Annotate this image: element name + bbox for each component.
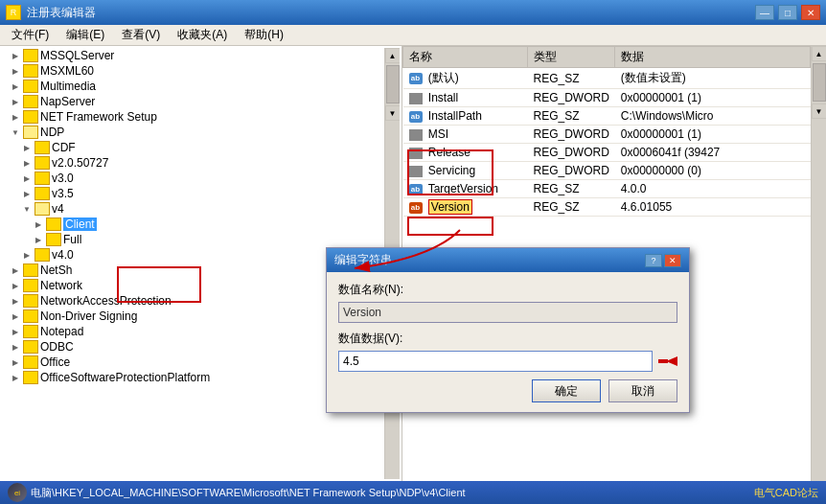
menu-edit[interactable]: 编辑(E) [58,25,112,45]
svg-rect-2 [658,359,668,363]
scroll-up[interactable]: ▲ [385,48,401,63]
menu-file[interactable]: 文件(F) [4,25,57,45]
reg-scrollbar[interactable]: ▲ ▼ [811,46,826,481]
status-logo: ei [8,483,27,502]
expand-arrow: ▶ [10,80,21,92]
tree-item-v2[interactable]: ▶ v2.0.50727 [2,155,384,171]
tree-item-mssqlserver[interactable]: ▶ MSSQLServer [2,48,384,63]
value-name-label: 数值名称(N): [338,282,677,298]
tree-label: v3.0 [52,172,74,185]
dialog-body: 数值名称(N): 数值数据(V): 确定 取消 [327,272,689,412]
tree-item-full[interactable]: ▶ Full [2,232,384,247]
folder-icon [23,95,38,108]
table-row[interactable]: ab TargetVersion REG_SZ 4.0.0 [403,180,811,198]
tree-item-napserver[interactable]: ▶ NapServer [2,94,384,109]
reg-data: 4.6.01055 [615,198,811,217]
window-controls[interactable]: — □ ✕ [755,5,820,20]
tree-item-ndp[interactable]: ▼ NDP [2,125,384,140]
tree-label: ODBC [40,340,74,354]
ab-icon: ab [409,111,423,123]
folder-icon [23,110,38,124]
tree-label: Non-Driver Signing [40,309,137,323]
reg-data: C:\Windows\Micro [615,107,811,126]
status-bar: ei 电脑\HKEY_LOCAL_MACHINE\SOFTWARE\Micros… [0,481,826,504]
dialog-title-bar: 编辑字符串 ? ✕ [327,248,689,272]
scroll-down[interactable]: ▼ [385,105,401,121]
table-row-release[interactable]: Release REG_DWORD 0x0006041f (39427 [403,144,811,162]
reg-data: 4.0.0 [615,180,811,198]
table-row-servicing[interactable]: Servicing REG_DWORD 0x00000000 (0) [403,162,811,180]
col-name: 名称 [403,47,528,68]
menu-view[interactable]: 查看(V) [114,25,168,45]
tree-label: NET Framework Setup [40,110,157,124]
tree-item-v4[interactable]: ▼ v4 [2,201,384,217]
folder-icon [23,263,38,277]
dialog-title-buttons[interactable]: ? ✕ [645,254,681,267]
minimize-button[interactable]: — [755,5,774,20]
tree-label: NetworkAccessProtection [40,294,172,308]
folder-icon [34,156,50,170]
folder-icon [23,294,38,308]
reg-type: REG_DWORD [528,144,615,162]
tree-item-client[interactable]: ▶ Client [2,217,384,232]
value-data-input[interactable] [338,351,653,372]
status-left: ei 电脑\HKEY_LOCAL_MACHINE\SOFTWARE\Micros… [8,483,466,502]
table-row[interactable]: ab InstallPath REG_SZ C:\Windows\Micro [403,107,811,126]
col-type: 类型 [528,47,615,68]
watermark: 电气CAD论坛 [754,486,818,500]
table-row[interactable]: Install REG_DWORD 0x00000001 (1) [403,89,811,107]
scroll-up[interactable]: ▲ [812,46,827,61]
tree-item-multimedia[interactable]: ▶ Multimedia [2,79,384,94]
ab-icon: ab [409,202,423,214]
tree-item-msxml60[interactable]: ▶ MSXML60 [2,63,384,79]
reg-data: 0x00000001 (1) [615,126,811,144]
reg-name: ab Version [403,198,528,217]
value-name-input[interactable] [338,302,677,323]
tree-label: v2.0.50727 [52,156,108,170]
dialog-close-button[interactable]: ✕ [664,254,681,267]
tree-item-cdf[interactable]: ▶ CDF [2,140,384,155]
tree-label: Client [63,218,97,231]
edit-string-dialog[interactable]: 编辑字符串 ? ✕ 数值名称(N): 数值数据(V): 确定 取消 [326,247,690,413]
reg-name: Servicing [403,162,528,180]
tree-item-v3[interactable]: ▶ v3.0 [2,171,384,186]
table-row-version[interactable]: ab Version REG_SZ 4.6.01055 [403,198,811,217]
tree-label: MSSQLServer [40,49,114,62]
tree-item-netfw[interactable]: ▶ NET Framework Setup [2,109,384,125]
reg-name: Release [403,144,528,162]
folder-icon [34,141,50,154]
expand-arrow: ▶ [10,111,21,123]
reg-name: ab InstallPath [403,107,528,126]
table-row[interactable]: MSI REG_DWORD 0x00000001 (1) [403,126,811,144]
expand-arrow: ▶ [10,295,21,307]
scroll-down[interactable]: ▼ [812,103,827,119]
col-data: 数据 [615,47,811,68]
folder-icon [23,325,38,338]
reg-type: REG_SZ [528,107,615,126]
expand-arrow: ▶ [10,50,21,61]
folder-icon [23,340,38,354]
menu-favorites[interactable]: 收藏夹(A) [170,25,235,45]
folder-icon [34,172,50,185]
expand-arrow: ▶ [10,65,21,77]
ok-button[interactable]: 确定 [532,379,601,402]
tree-item-v35[interactable]: ▶ v3.5 [2,186,384,201]
folder-icon [23,80,38,93]
folder-icon [34,248,50,262]
tree-label: v4 [52,202,64,216]
cancel-button[interactable]: 取消 [608,379,677,402]
table-row[interactable]: ab (默认) REG_SZ (数值未设置) [403,68,811,89]
dialog-help-button[interactable]: ? [645,254,662,267]
reg-data: 0x00000001 (1) [615,89,811,107]
scroll-thumb[interactable] [386,65,400,103]
expand-arrow: ▶ [10,372,21,383]
reg-name: Install [403,89,528,107]
menu-help[interactable]: 帮助(H) [237,25,291,45]
reg-type: REG_DWORD [528,162,615,180]
maximize-button[interactable]: □ [778,5,797,20]
folder-icon [23,64,38,78]
close-button[interactable]: ✕ [801,5,820,20]
reg-data: (数值未设置) [615,68,811,89]
value-data-label: 数值数据(V): [338,331,677,347]
scroll-thumb[interactable] [813,63,826,102]
